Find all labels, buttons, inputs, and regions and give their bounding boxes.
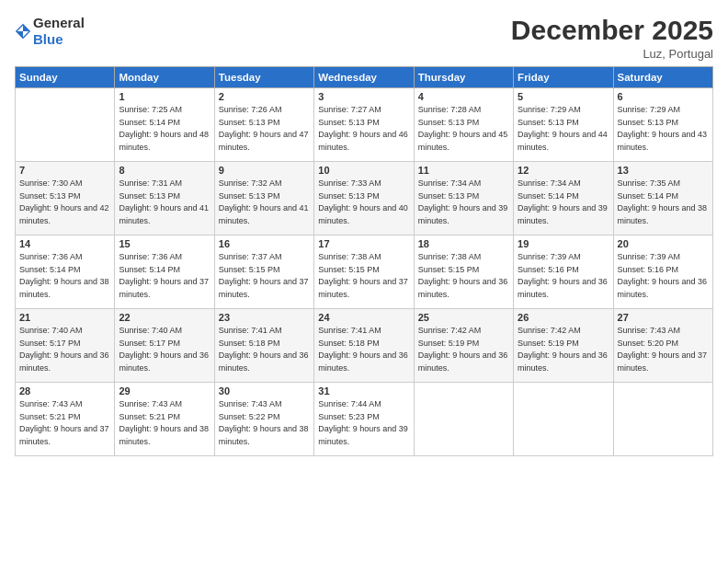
day-detail: Sunrise: 7:30 AMSunset: 5:13 PMDaylight:… — [19, 178, 110, 227]
calendar-cell: 15Sunrise: 7:36 AMSunset: 5:14 PMDayligh… — [115, 236, 214, 309]
title-block: December 2025 Luz, Portugal — [511, 15, 713, 61]
day-number: 15 — [119, 238, 210, 249]
calendar-cell — [16, 88, 115, 162]
day-detail: Sunrise: 7:43 AMSunset: 5:21 PMDaylight:… — [119, 398, 210, 448]
calendar-container: General Blue December 2025 Luz, Portugal… — [0, 0, 728, 563]
calendar-cell: 28Sunrise: 7:43 AMSunset: 5:21 PMDayligh… — [16, 383, 115, 456]
day-number: 7 — [19, 165, 110, 176]
day-detail: Sunrise: 7:43 AMSunset: 5:22 PMDaylight:… — [219, 398, 310, 448]
calendar-cell — [613, 383, 712, 456]
calendar-cell — [514, 383, 613, 456]
day-detail: Sunrise: 7:28 AMSunset: 5:13 PMDaylight:… — [418, 104, 509, 154]
day-detail: Sunrise: 7:37 AMSunset: 5:15 PMDaylight:… — [219, 251, 310, 301]
day-detail: Sunrise: 7:34 AMSunset: 5:13 PMDaylight:… — [418, 178, 509, 227]
day-detail: Sunrise: 7:32 AMSunset: 5:13 PMDaylight:… — [219, 178, 310, 227]
day-number: 25 — [418, 312, 509, 323]
day-detail: Sunrise: 7:36 AMSunset: 5:14 PMDaylight:… — [19, 251, 110, 301]
day-number: 30 — [219, 385, 310, 396]
weekday-header-thursday: Thursday — [414, 67, 513, 88]
calendar-cell: 30Sunrise: 7:43 AMSunset: 5:22 PMDayligh… — [214, 383, 313, 456]
weekday-header-saturday: Saturday — [613, 67, 712, 88]
day-detail: Sunrise: 7:33 AMSunset: 5:13 PMDaylight:… — [318, 178, 409, 227]
calendar-cell: 10Sunrise: 7:33 AMSunset: 5:13 PMDayligh… — [314, 162, 414, 236]
day-detail: Sunrise: 7:39 AMSunset: 5:16 PMDaylight:… — [618, 251, 709, 301]
day-detail: Sunrise: 7:42 AMSunset: 5:19 PMDaylight:… — [418, 325, 509, 374]
logo-text-blue: Blue — [33, 31, 63, 47]
day-detail: Sunrise: 7:40 AMSunset: 5:17 PMDaylight:… — [19, 325, 110, 374]
day-number: 2 — [219, 91, 310, 102]
calendar-cell: 9Sunrise: 7:32 AMSunset: 5:13 PMDaylight… — [214, 162, 313, 236]
weekday-header-friday: Friday — [514, 67, 613, 88]
day-detail: Sunrise: 7:29 AMSunset: 5:13 PMDaylight:… — [618, 104, 709, 154]
day-number: 1 — [119, 91, 210, 102]
calendar-cell: 22Sunrise: 7:40 AMSunset: 5:17 PMDayligh… — [115, 309, 214, 383]
day-number: 3 — [318, 91, 409, 102]
header: General Blue December 2025 Luz, Portugal — [15, 15, 713, 61]
calendar-cell: 13Sunrise: 7:35 AMSunset: 5:14 PMDayligh… — [613, 162, 712, 236]
calendar-cell: 17Sunrise: 7:38 AMSunset: 5:15 PMDayligh… — [314, 236, 414, 309]
day-number: 11 — [418, 165, 509, 176]
calendar-cell: 18Sunrise: 7:38 AMSunset: 5:15 PMDayligh… — [414, 236, 513, 309]
day-number: 23 — [219, 312, 310, 323]
calendar-cell: 3Sunrise: 7:27 AMSunset: 5:13 PMDaylight… — [314, 88, 414, 162]
day-number: 31 — [318, 385, 409, 396]
day-detail: Sunrise: 7:42 AMSunset: 5:19 PMDaylight:… — [518, 325, 609, 374]
calendar-table: SundayMondayTuesdayWednesdayThursdayFrid… — [15, 66, 713, 456]
calendar-cell: 6Sunrise: 7:29 AMSunset: 5:13 PMDaylight… — [613, 88, 712, 162]
logo-icon — [15, 23, 31, 40]
calendar-cell: 29Sunrise: 7:43 AMSunset: 5:21 PMDayligh… — [115, 383, 214, 456]
calendar-cell: 26Sunrise: 7:42 AMSunset: 5:19 PMDayligh… — [514, 309, 613, 383]
day-detail: Sunrise: 7:39 AMSunset: 5:16 PMDaylight:… — [518, 251, 609, 301]
calendar-cell: 8Sunrise: 7:31 AMSunset: 5:13 PMDaylight… — [115, 162, 214, 236]
week-row-4: 28Sunrise: 7:43 AMSunset: 5:21 PMDayligh… — [16, 383, 713, 456]
calendar-cell: 1Sunrise: 7:25 AMSunset: 5:14 PMDaylight… — [115, 88, 214, 162]
day-detail: Sunrise: 7:40 AMSunset: 5:17 PMDaylight:… — [119, 325, 210, 374]
day-number: 8 — [119, 165, 210, 176]
day-detail: Sunrise: 7:36 AMSunset: 5:14 PMDaylight:… — [119, 251, 210, 301]
day-detail: Sunrise: 7:41 AMSunset: 5:18 PMDaylight:… — [219, 325, 310, 374]
calendar-cell: 20Sunrise: 7:39 AMSunset: 5:16 PMDayligh… — [613, 236, 712, 309]
day-number: 6 — [618, 91, 709, 102]
day-number: 24 — [318, 312, 409, 323]
week-row-2: 14Sunrise: 7:36 AMSunset: 5:14 PMDayligh… — [16, 236, 713, 309]
day-number: 4 — [418, 91, 509, 102]
day-number: 28 — [19, 385, 110, 396]
day-detail: Sunrise: 7:26 AMSunset: 5:13 PMDaylight:… — [219, 104, 310, 154]
day-number: 29 — [119, 385, 210, 396]
calendar-cell: 25Sunrise: 7:42 AMSunset: 5:19 PMDayligh… — [414, 309, 513, 383]
day-number: 10 — [318, 165, 409, 176]
calendar-cell: 24Sunrise: 7:41 AMSunset: 5:18 PMDayligh… — [314, 309, 414, 383]
day-number: 9 — [219, 165, 310, 176]
calendar-cell: 21Sunrise: 7:40 AMSunset: 5:17 PMDayligh… — [16, 309, 115, 383]
weekday-header-wednesday: Wednesday — [314, 67, 414, 88]
calendar-cell: 31Sunrise: 7:44 AMSunset: 5:23 PMDayligh… — [314, 383, 414, 456]
day-number: 16 — [219, 238, 310, 249]
logo: General Blue — [15, 15, 85, 48]
day-detail: Sunrise: 7:31 AMSunset: 5:13 PMDaylight:… — [119, 178, 210, 227]
month-title: December 2025 — [511, 15, 713, 45]
calendar-cell: 12Sunrise: 7:34 AMSunset: 5:14 PMDayligh… — [514, 162, 613, 236]
calendar-cell: 27Sunrise: 7:43 AMSunset: 5:20 PMDayligh… — [613, 309, 712, 383]
week-row-0: 1Sunrise: 7:25 AMSunset: 5:14 PMDaylight… — [16, 88, 713, 162]
day-number: 26 — [518, 312, 609, 323]
weekday-header-monday: Monday — [115, 67, 214, 88]
day-detail: Sunrise: 7:38 AMSunset: 5:15 PMDaylight:… — [318, 251, 409, 301]
day-detail: Sunrise: 7:43 AMSunset: 5:21 PMDaylight:… — [19, 398, 110, 448]
logo-text-general: General — [33, 15, 85, 30]
calendar-cell: 23Sunrise: 7:41 AMSunset: 5:18 PMDayligh… — [214, 309, 313, 383]
week-row-3: 21Sunrise: 7:40 AMSunset: 5:17 PMDayligh… — [16, 309, 713, 383]
day-detail: Sunrise: 7:44 AMSunset: 5:23 PMDaylight:… — [318, 398, 409, 448]
day-number: 20 — [618, 238, 709, 249]
location: Luz, Portugal — [511, 47, 713, 61]
day-number: 27 — [618, 312, 709, 323]
day-number: 22 — [119, 312, 210, 323]
day-number: 12 — [518, 165, 609, 176]
calendar-cell: 4Sunrise: 7:28 AMSunset: 5:13 PMDaylight… — [414, 88, 513, 162]
day-detail: Sunrise: 7:29 AMSunset: 5:13 PMDaylight:… — [518, 104, 609, 154]
weekday-header-tuesday: Tuesday — [214, 67, 313, 88]
day-number: 17 — [318, 238, 409, 249]
weekday-header-sunday: Sunday — [16, 67, 115, 88]
day-detail: Sunrise: 7:38 AMSunset: 5:15 PMDaylight:… — [418, 251, 509, 301]
week-row-1: 7Sunrise: 7:30 AMSunset: 5:13 PMDaylight… — [16, 162, 713, 236]
calendar-cell: 19Sunrise: 7:39 AMSunset: 5:16 PMDayligh… — [514, 236, 613, 309]
